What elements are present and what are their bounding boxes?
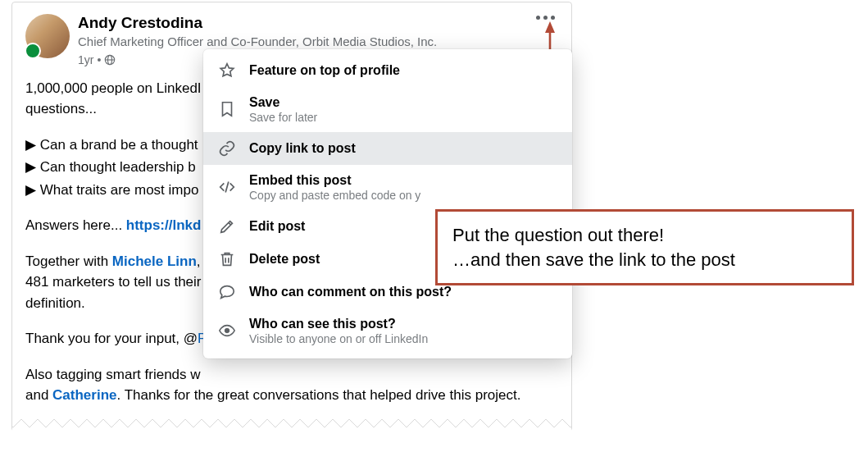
annotation-callout: Put the question out there! …and then sa… [435,209,854,285]
menu-feature[interactable]: Feature on top of profile [203,54,572,87]
post-age: 1yr [78,53,93,66]
body-text: Together with [25,253,112,269]
body-text: 481 marketers to tell us their [25,274,201,290]
mention-link[interactable]: Michele Linn [112,253,197,269]
callout-line1: Put the question out there! [452,223,837,248]
bookmark-icon [216,100,238,118]
body-text: definition. [25,295,85,311]
pencil-icon [216,217,238,235]
body-text: . Thanks for the great conversations tha… [117,387,521,403]
body-text: Thank you for your input, @ [25,331,198,346]
body-text: 1,000,000 people on LinkedI [25,80,202,96]
author-headline: Chief Marketing Officer and Co-Founder, … [78,34,558,50]
more-options-button[interactable] [531,11,560,25]
menu-embed[interactable]: Embed this postCopy and paste embed code… [203,165,572,210]
eye-icon [216,322,238,340]
avatar[interactable] [25,14,70,58]
svg-point-3 [225,329,229,334]
body-text: questions... [25,101,97,116]
torn-edge [12,415,571,431]
callout-line2: …and then save the link to the post [452,248,837,272]
menu-who-see[interactable]: Who can see this post?Visible to anyone … [203,308,572,354]
code-icon [216,178,238,196]
author-name[interactable]: Andy Crestodina [78,14,558,33]
menu-save[interactable]: SaveSave for later [203,87,572,132]
menu-copy-link[interactable]: Copy link to post [203,132,572,165]
globe-icon [104,54,116,66]
meta-sep: • [97,53,101,66]
body-text: , [197,253,201,269]
star-icon [216,62,238,80]
trash-icon [216,250,238,268]
answers-link[interactable]: https://lnkd [126,217,202,233]
mention-link[interactable]: Catherine [52,387,116,403]
body-text: Also tagging smart friends w [25,367,201,382]
post-options-menu: Feature on top of profile SaveSave for l… [203,49,572,358]
body-text: and [25,387,52,403]
body-text: Answers here... [25,217,126,233]
link-icon [216,139,238,158]
comment-icon [216,283,238,301]
